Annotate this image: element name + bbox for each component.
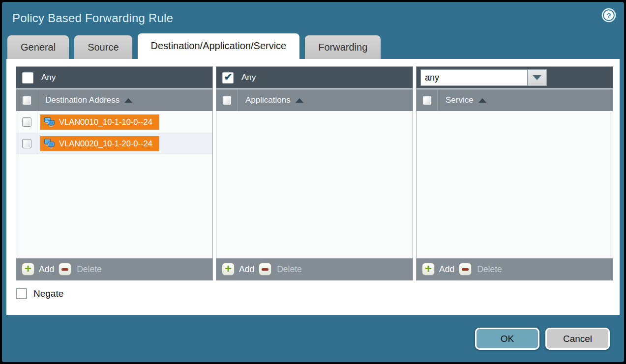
destination-address-header-label: Destination Address bbox=[45, 95, 119, 105]
applications-add-icon[interactable]: + bbox=[222, 263, 235, 276]
service-type-dropdown[interactable]: any bbox=[420, 69, 547, 86]
service-column: any Service + Add bbox=[416, 66, 613, 280]
tab-general[interactable]: General bbox=[7, 35, 69, 59]
service-any-bar: any bbox=[417, 67, 613, 88]
tab-content-panel: Any Destination Address VLAN0010_10-1-10… bbox=[6, 59, 620, 315]
destination-delete-icon[interactable] bbox=[59, 263, 71, 276]
destination-delete-button[interactable]: Delete bbox=[77, 264, 102, 275]
help-icon[interactable]: ? bbox=[601, 8, 616, 23]
destination-address-list: VLAN0010_10-1-10-0--24 VLAN0020_10-1-20-… bbox=[16, 111, 212, 258]
svg-text:?: ? bbox=[606, 11, 611, 20]
dialog-title: Policy Based Forwarding Rule bbox=[12, 11, 173, 25]
sort-ascending-icon bbox=[478, 98, 486, 103]
tab-forwarding[interactable]: Forwarding bbox=[305, 35, 381, 59]
applications-column: Any Applications + Add Delete bbox=[216, 66, 413, 280]
applications-select-all-cell bbox=[216, 89, 238, 111]
applications-delete-button[interactable]: Delete bbox=[277, 264, 302, 275]
service-list bbox=[417, 111, 613, 258]
negate-row: Negate bbox=[16, 288, 620, 299]
policy-based-forwarding-dialog: Policy Based Forwarding Rule ? General S… bbox=[0, 0, 626, 364]
applications-header[interactable]: Applications bbox=[216, 88, 413, 111]
service-type-dropdown-value[interactable]: any bbox=[420, 69, 528, 86]
service-header[interactable]: Service bbox=[417, 88, 613, 111]
applications-footer-bar: + Add Delete bbox=[216, 258, 413, 280]
list-item[interactable]: VLAN0010_10-1-10-0--24 bbox=[16, 111, 212, 133]
row-checkbox[interactable] bbox=[22, 117, 31, 127]
address-object-label: VLAN0020_10-1-20-0--24 bbox=[59, 139, 152, 148]
address-object-chip[interactable]: VLAN0020_10-1-20-0--24 bbox=[40, 136, 159, 151]
cancel-button[interactable]: Cancel bbox=[545, 328, 610, 350]
columns-container: Any Destination Address VLAN0010_10-1-10… bbox=[16, 66, 620, 280]
negate-checkbox[interactable] bbox=[16, 288, 27, 299]
tab-source[interactable]: Source bbox=[74, 35, 132, 59]
service-add-button[interactable]: Add bbox=[439, 264, 454, 275]
applications-delete-icon[interactable] bbox=[259, 263, 271, 276]
destination-any-label: Any bbox=[41, 73, 56, 83]
row-checkbox-cell bbox=[16, 111, 37, 133]
row-checkbox-cell bbox=[16, 133, 37, 154]
tab-bar: General Source Destination/Application/S… bbox=[2, 33, 624, 59]
applications-header-label: Applications bbox=[245, 95, 291, 105]
negate-label: Negate bbox=[33, 288, 63, 299]
service-header-label: Service bbox=[446, 95, 474, 105]
destination-any-checkbox[interactable] bbox=[22, 72, 33, 84]
service-footer-bar: + Add Delete bbox=[417, 258, 613, 280]
address-object-label: VLAN0010_10-1-10-0--24 bbox=[59, 117, 152, 127]
destination-add-icon[interactable]: + bbox=[22, 263, 34, 276]
destination-address-header[interactable]: Destination Address bbox=[16, 88, 212, 111]
service-delete-button[interactable]: Delete bbox=[477, 264, 502, 275]
dialog-footer: OK Cancel bbox=[2, 315, 624, 362]
address-object-chip[interactable]: VLAN0010_10-1-10-0--24 bbox=[40, 114, 159, 130]
destination-add-button[interactable]: Add bbox=[39, 264, 54, 275]
applications-any-bar: Any bbox=[216, 67, 413, 88]
ok-button[interactable]: OK bbox=[475, 328, 539, 350]
applications-any-checkbox[interactable] bbox=[222, 72, 234, 84]
title-bar: Policy Based Forwarding Rule ? bbox=[2, 2, 624, 33]
destination-select-all-cell bbox=[16, 89, 37, 111]
applications-list bbox=[216, 111, 413, 258]
network-address-icon bbox=[44, 117, 55, 127]
row-checkbox[interactable] bbox=[22, 139, 31, 148]
service-select-all-cell bbox=[417, 89, 438, 111]
list-item[interactable]: VLAN0020_10-1-20-0--24 bbox=[16, 133, 212, 154]
applications-any-label: Any bbox=[241, 73, 256, 83]
tab-destination-application-service[interactable]: Destination/Application/Service bbox=[138, 33, 300, 59]
service-type-dropdown-button[interactable] bbox=[528, 69, 547, 86]
service-select-all-checkbox[interactable] bbox=[422, 96, 432, 105]
sort-ascending-icon bbox=[124, 98, 132, 103]
applications-add-button[interactable]: Add bbox=[239, 264, 254, 275]
destination-any-bar: Any bbox=[16, 67, 212, 88]
service-delete-icon[interactable] bbox=[459, 263, 472, 276]
chevron-down-icon bbox=[533, 75, 541, 80]
destination-address-column: Any Destination Address VLAN0010_10-1-10… bbox=[16, 66, 213, 280]
destination-select-all-checkbox[interactable] bbox=[22, 96, 31, 105]
applications-select-all-checkbox[interactable] bbox=[222, 96, 232, 105]
service-add-icon[interactable]: + bbox=[422, 263, 435, 276]
destination-footer-bar: + Add Delete bbox=[16, 258, 212, 280]
sort-ascending-icon bbox=[296, 98, 303, 103]
network-address-icon bbox=[44, 139, 55, 149]
